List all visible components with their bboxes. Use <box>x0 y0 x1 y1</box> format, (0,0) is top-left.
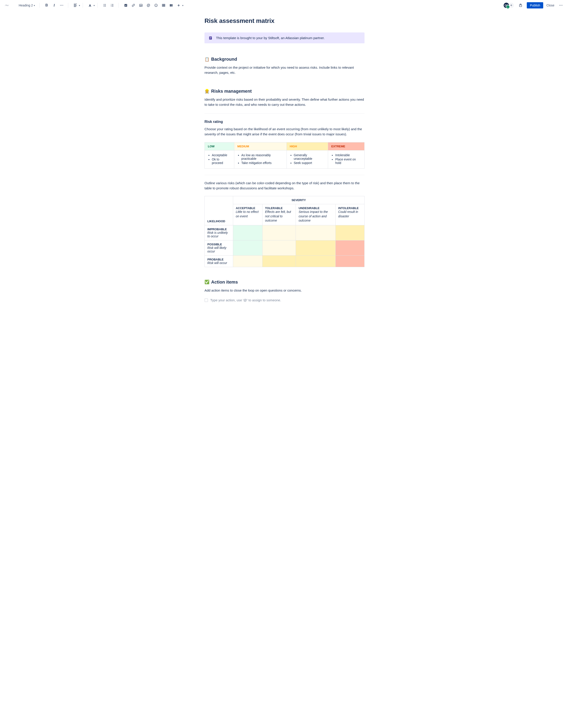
svg-rect-7 <box>112 4 114 5</box>
body-text[interactable]: Choose your rating based on the likeliho… <box>204 126 365 137</box>
table-button[interactable] <box>160 2 167 9</box>
italic-button[interactable]: I <box>51 2 58 9</box>
bullet-list-button[interactable] <box>101 2 108 9</box>
page-title[interactable]: Risk assessment matrix <box>204 17 365 24</box>
action-item-button[interactable] <box>122 2 129 9</box>
svg-text:3: 3 <box>111 6 111 7</box>
insert-more-button[interactable]: + <box>175 2 182 9</box>
td-medium[interactable]: As low as reasonably practicableTake mit… <box>234 150 287 168</box>
matrix-cell[interactable] <box>296 240 335 255</box>
section-heading-risks[interactable]: 👷 Risks management <box>204 89 365 94</box>
cell-severity-label[interactable]: SEVERITY <box>233 196 364 204</box>
matrix-cell[interactable] <box>296 255 335 267</box>
info-panel-text[interactable]: This template is brought to your by Stil… <box>216 36 325 40</box>
matrix-cell[interactable] <box>262 240 296 255</box>
action-item-row[interactable]: Type your action, use '@' to assign to s… <box>204 298 365 302</box>
confluence-logo-icon <box>4 3 9 8</box>
layouts-button[interactable] <box>168 2 175 9</box>
more-format-button[interactable]: ··· <box>58 2 65 9</box>
chevron-down-icon: ▾ <box>34 4 35 7</box>
close-button[interactable]: Close <box>544 2 557 8</box>
chevron-down-icon: ▾ <box>182 4 183 7</box>
worker-icon: 👷 <box>204 89 209 94</box>
th-medium[interactable]: MEDIUM <box>234 142 287 150</box>
matrix-cell[interactable] <box>233 255 262 267</box>
row-improbable[interactable]: IMPROBABLERisk is unlikely to occur <box>205 225 233 240</box>
body-text[interactable]: Add action items to close the loop on op… <box>204 288 365 293</box>
risk-rating-table[interactable]: LOW MEDIUM HIGH EXTREME AcceptableOk to … <box>204 142 365 169</box>
cell-likelihood-label[interactable]: LIKELIHOOD <box>205 196 233 225</box>
numbered-list-button[interactable]: 123 <box>109 2 116 9</box>
action-placeholder-text[interactable]: Type your action, use '@' to assign to s… <box>210 298 281 302</box>
divider <box>204 113 365 114</box>
body-text[interactable]: Outline various risks (which can be colo… <box>204 180 365 191</box>
overflow-menu-button[interactable]: ··· <box>557 2 565 9</box>
svg-rect-28 <box>210 38 211 38</box>
image-button[interactable] <box>137 2 144 9</box>
svg-rect-11 <box>112 6 114 7</box>
section-heading-actions[interactable]: ✅ Action items <box>204 280 365 285</box>
publish-button[interactable]: Publish <box>527 2 543 8</box>
svg-rect-1 <box>104 4 106 5</box>
risk-matrix-table[interactable]: LIKELIHOOD SEVERITY ACCEPTABLELittle to … <box>204 196 365 267</box>
svg-point-15 <box>155 4 157 7</box>
section-heading-background[interactable]: 📋 Background <box>204 57 365 62</box>
mention-button[interactable]: @ <box>145 2 152 9</box>
th-low[interactable]: LOW <box>205 142 234 150</box>
col-tolerable[interactable]: TOLERABLEEffects are felt, but not criti… <box>262 204 296 225</box>
svg-rect-24 <box>171 4 172 7</box>
td-extreme[interactable]: IntolerablePlace event on hold <box>328 150 365 168</box>
text-color-button[interactable]: A <box>86 2 94 9</box>
chevron-down-icon: ▾ <box>94 4 95 7</box>
check-icon: ✅ <box>204 280 209 284</box>
svg-point-2 <box>103 5 104 6</box>
svg-rect-29 <box>210 38 211 39</box>
editor-toolbar: Heading 2 ▾ B I ··· ▾ A ▾ 123 @ <box>0 0 569 11</box>
svg-rect-9 <box>112 5 114 6</box>
clipboard-icon: 📋 <box>204 57 209 62</box>
matrix-cell[interactable] <box>335 225 364 240</box>
svg-rect-3 <box>104 5 106 6</box>
svg-point-14 <box>140 5 140 5</box>
col-intolerable[interactable]: INTOLERABLECould result in disaster <box>335 204 364 225</box>
body-text[interactable]: Identify and prioritize risks based on t… <box>204 97 365 107</box>
svg-rect-12 <box>124 4 127 7</box>
matrix-cell[interactable] <box>262 225 296 240</box>
svg-rect-5 <box>104 6 106 7</box>
matrix-cell[interactable] <box>262 255 296 267</box>
collaborators: CK + <box>503 2 514 8</box>
sub-heading-risk-rating[interactable]: Risk rating <box>204 120 365 124</box>
col-undesirable[interactable]: UNDESIRABLESerious impact to the course … <box>296 204 335 225</box>
row-probable[interactable]: PROBABLERisk will occur <box>205 255 233 267</box>
svg-rect-25 <box>519 5 522 7</box>
matrix-cell[interactable] <box>335 240 364 255</box>
svg-point-17 <box>156 5 157 5</box>
svg-rect-23 <box>170 4 171 7</box>
matrix-cell[interactable] <box>233 225 262 240</box>
matrix-cell[interactable] <box>233 240 262 255</box>
bold-button[interactable]: B <box>43 2 50 9</box>
svg-point-0 <box>103 4 104 4</box>
td-high[interactable]: Generally unacceptableSeek support <box>287 150 328 168</box>
svg-rect-27 <box>210 37 211 38</box>
body-text[interactable]: Provide context on the project or initia… <box>204 65 365 75</box>
matrix-cell[interactable] <box>296 225 335 240</box>
td-low[interactable]: AcceptableOk to proceed <box>205 150 234 168</box>
info-panel: This template is brought to your by Stil… <box>204 32 365 43</box>
text-style-select[interactable]: Heading 2 ▾ <box>17 3 37 8</box>
page-body: Risk assessment matrix This template is … <box>200 11 369 320</box>
link-button[interactable] <box>130 2 137 9</box>
align-button[interactable] <box>72 2 79 9</box>
row-possible[interactable]: POSSIBLERisk will likely occur <box>205 240 233 255</box>
panel-note-icon <box>208 36 212 40</box>
col-acceptable[interactable]: ACCEPTABLELittle to no effect on event <box>233 204 262 225</box>
restrictions-button[interactable] <box>517 2 524 9</box>
user-avatar[interactable]: CK <box>503 2 509 8</box>
matrix-cell[interactable] <box>335 255 364 267</box>
chevron-down-icon: ▾ <box>79 4 80 7</box>
action-checkbox[interactable] <box>204 298 208 302</box>
svg-point-16 <box>155 5 156 5</box>
th-extreme[interactable]: EXTREME <box>328 142 365 150</box>
emoji-button[interactable] <box>152 2 160 9</box>
th-high[interactable]: HIGH <box>287 142 328 150</box>
